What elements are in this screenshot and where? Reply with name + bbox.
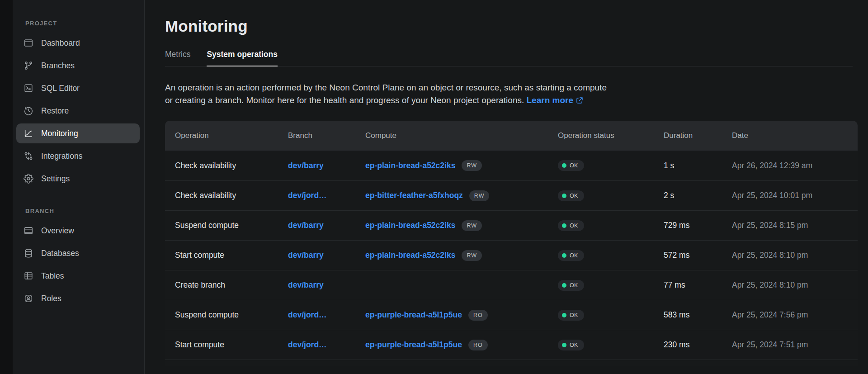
sidebar-item-label: Monitoring <box>41 129 78 138</box>
sidebar-item-label: Dashboard <box>41 38 80 48</box>
roles-icon <box>24 294 33 303</box>
page-title: Monitoring <box>165 17 853 35</box>
sidebar-item-label: Databases <box>41 249 79 258</box>
status-label: OK <box>570 312 578 318</box>
access-mode-badge: RO <box>468 310 488 321</box>
status-badge: OK <box>558 160 584 171</box>
sidebar-item-branches[interactable]: Branches <box>16 56 140 76</box>
compute-link[interactable]: ep-plain-bread-a52c2iks <box>365 161 455 170</box>
date-cell: Apr 25, 2024 10:01 pm <box>732 191 858 200</box>
status-label: OK <box>570 223 578 229</box>
description-line2: or creating a branch. Monitor here for t… <box>165 95 524 105</box>
compute-link[interactable]: ep-purple-bread-a5l1p5ue <box>365 340 462 350</box>
sidebar-item-databases[interactable]: Databases <box>16 243 140 263</box>
tables-icon <box>24 271 33 281</box>
status-badge: OK <box>558 250 584 261</box>
description-line1: An operation is an action performed by t… <box>165 83 607 92</box>
column-header-operation: Operation <box>175 131 288 140</box>
learn-more-link[interactable]: Learn more <box>527 95 573 105</box>
table-header-row: OperationBranchComputeOperation statusDu… <box>165 121 858 151</box>
operation-cell: Create branch <box>175 280 288 290</box>
branch-link[interactable]: dev/jord… <box>288 340 327 349</box>
column-header-branch: Branch <box>288 131 365 140</box>
operation-status-cell: OK <box>558 340 664 350</box>
operation-cell: Check availability <box>175 161 288 170</box>
operation-cell: Check availability <box>175 191 288 200</box>
compute-link[interactable]: ep-plain-bread-a52c2iks <box>365 221 455 230</box>
compute-cell: ep-bitter-feather-a5fxhoqzRW <box>365 190 558 201</box>
access-mode-badge: RO <box>468 340 488 350</box>
status-label: OK <box>570 342 578 348</box>
column-header-operation-status: Operation status <box>558 131 664 140</box>
status-badge: OK <box>558 310 584 321</box>
table-body: Check availabilitydev/barryep-plain-brea… <box>165 151 858 366</box>
table-row: Start computedev/jord…ep-purple-bread-a5… <box>165 330 858 360</box>
sidebar-item-label: Restore <box>41 106 69 116</box>
access-mode-badge: RW <box>469 190 490 201</box>
table-row: Check availabilitydev/barryep-plain-brea… <box>165 151 858 180</box>
sidebar-item-dashboard[interactable]: Dashboard <box>16 33 140 53</box>
dashboard-icon <box>24 38 33 48</box>
branch-link[interactable]: dev/barry <box>288 280 324 289</box>
status-ok-dot-icon <box>562 313 566 317</box>
branch-link[interactable]: dev/jord… <box>288 310 327 319</box>
operation-status-cell: OK <box>558 310 664 321</box>
date-cell: Apr 26, 2024 12:39 am <box>732 161 858 170</box>
sidebar-item-integrations[interactable]: Integrations <box>16 146 140 166</box>
branch-cell: dev/jord… <box>288 191 365 200</box>
overview-icon <box>24 226 33 236</box>
operation-status-cell: OK <box>558 190 664 201</box>
monitoring-icon <box>24 128 33 138</box>
sidebar-item-overview[interactable]: Overview <box>16 221 140 241</box>
status-label: OK <box>570 282 578 289</box>
operation-status-cell: OK <box>558 280 664 291</box>
table-row: Suspend computedev/jord…ep-purple-bread-… <box>165 300 858 330</box>
compute-link[interactable]: ep-bitter-feather-a5fxhoqz <box>365 191 463 200</box>
branch-link[interactable]: dev/jord… <box>288 191 327 200</box>
status-label: OK <box>570 252 578 259</box>
status-label: OK <box>570 162 578 169</box>
external-link-icon <box>576 95 584 108</box>
tab-system-operations[interactable]: System operations <box>207 50 278 66</box>
status-badge: OK <box>558 220 584 231</box>
sidebar-item-sql-editor[interactable]: SQL Editor <box>16 78 140 98</box>
status-ok-dot-icon <box>562 223 566 228</box>
sidebar-section-gap <box>13 191 144 208</box>
sidebar-item-settings[interactable]: Settings <box>16 169 140 189</box>
tab-metrics[interactable]: Metrics <box>165 50 190 66</box>
compute-link[interactable]: ep-plain-bread-a52c2iks <box>365 251 455 260</box>
operation-cell: Start compute <box>175 340 288 350</box>
column-header-duration: Duration <box>664 131 732 140</box>
branch-link[interactable]: dev/barry <box>288 251 324 260</box>
branch-cell: dev/jord… <box>288 310 365 320</box>
compute-link[interactable]: ep-purple-bread-a5l1p5ue <box>365 310 462 320</box>
status-badge: OK <box>558 340 584 350</box>
collapsed-left-rail <box>0 0 13 374</box>
branch-link[interactable]: dev/barry <box>288 161 324 170</box>
sidebar-item-label: Settings <box>41 174 70 184</box>
sidebar-item-roles[interactable]: Roles <box>16 289 140 308</box>
sidebar-item-label: Integrations <box>41 151 82 161</box>
date-cell: Apr 25, 2024 8:15 pm <box>732 221 858 230</box>
sidebar-item-label: Roles <box>41 294 61 303</box>
duration-cell: 729 ms <box>664 221 732 230</box>
column-header-compute: Compute <box>365 131 558 140</box>
branch-cell: dev/barry <box>288 251 365 260</box>
duration-cell: 583 ms <box>664 310 732 320</box>
sql-editor-icon <box>24 83 33 93</box>
sidebar-item-tables[interactable]: Tables <box>16 266 140 286</box>
sidebar-item-monitoring[interactable]: Monitoring <box>16 123 140 143</box>
duration-cell: 572 ms <box>664 251 732 260</box>
compute-cell: ep-purple-bread-a5l1p5ueRO <box>365 340 558 350</box>
compute-cell: ep-plain-bread-a52c2iksRW <box>365 160 558 171</box>
table-row: Check availabilitydev/jord…ep-bitter-fea… <box>165 180 858 210</box>
duration-cell: 230 ms <box>664 340 732 350</box>
status-badge: OK <box>558 190 584 201</box>
status-ok-dot-icon <box>562 343 566 347</box>
sidebar-item-restore[interactable]: Restore <box>16 101 140 121</box>
branch-link[interactable]: dev/barry <box>288 221 324 230</box>
table-row: Suspend computedev/barryep-plain-bread-a… <box>165 210 858 240</box>
table-row: Start computedev/barryep-plain-bread-a52… <box>165 240 858 270</box>
sidebar-section-label-branch: BRANCH <box>13 208 144 221</box>
restore-icon <box>24 106 33 116</box>
